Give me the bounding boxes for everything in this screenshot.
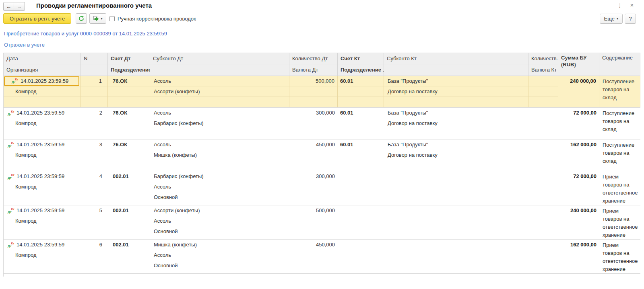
- empty-line: [289, 118, 338, 129]
- account-kt-cell[interactable]: [338, 240, 384, 273]
- table-row[interactable]: ДтКт14.01.2025 23:59:59Компрод6002.01Миш…: [4, 240, 640, 274]
- number-cell[interactable]: 4: [81, 171, 108, 205]
- amount-cell[interactable]: 72 000,00: [558, 108, 599, 139]
- kebab-menu-icon[interactable]: ⋮: [617, 2, 623, 10]
- back-button[interactable]: ←: [4, 2, 14, 10]
- account-kt-cell[interactable]: 60.01: [338, 76, 384, 107]
- quantity-dt-cell[interactable]: 300,000: [289, 108, 338, 139]
- content-cell[interactable]: Поступление товаров на склад: [599, 76, 640, 107]
- amount-cell[interactable]: 72 000,00: [558, 171, 599, 205]
- subconto-dt-line: Барбарис (конфеты): [150, 171, 289, 182]
- quantity-kt-cell[interactable]: [528, 108, 558, 139]
- subconto-kt-cell[interactable]: База "Продукты"Договор на поставку: [384, 76, 528, 107]
- forward-button[interactable]: →: [14, 2, 25, 10]
- subconto-kt-cell[interactable]: [384, 205, 528, 239]
- subconto-kt-cell[interactable]: База "Продукты"Договор на поставку: [384, 108, 528, 139]
- empty-line: [289, 192, 338, 203]
- amount-cell[interactable]: 240 000,00: [558, 76, 599, 107]
- table-header-cell[interactable]: Содержание: [599, 53, 640, 76]
- quantity-dt-cell[interactable]: 500,000: [289, 205, 338, 239]
- reflect-options-dropdown-button[interactable]: ▾: [89, 13, 106, 24]
- table-header-cell[interactable]: Количество ДтВалюта Дт: [289, 53, 338, 76]
- table-row[interactable]: ДтКт14.01.2025 23:59:59Компрод376.ОКАссо…: [4, 139, 640, 171]
- close-icon[interactable]: ×: [629, 1, 635, 9]
- account-kt-cell[interactable]: 60.01: [338, 139, 384, 171]
- row-number: 5: [81, 205, 108, 216]
- content-cell[interactable]: Прием товаров на ответственное хранение: [599, 205, 640, 239]
- subconto-dt-cell[interactable]: АссольМишка (конфеты): [150, 139, 289, 171]
- subconto-kt-cell[interactable]: [384, 171, 528, 205]
- empty-line: [338, 192, 384, 203]
- subconto-dt-cell[interactable]: Барбарис (конфеты)АссольОсновной: [150, 171, 289, 205]
- subconto-dt-line: Основной: [150, 192, 289, 203]
- account-kt-cell[interactable]: [338, 205, 384, 239]
- amount-cell[interactable]: 162 000,00: [558, 240, 599, 273]
- quantity-dt-cell[interactable]: 450,000: [289, 240, 338, 273]
- table-header-cell[interactable]: Субконто Кт: [384, 53, 528, 76]
- account-dt-cell[interactable]: 76.ОК: [108, 139, 150, 171]
- empty-line: [81, 86, 107, 97]
- table-header-cell[interactable]: ДатаОрганизация: [4, 53, 81, 76]
- subconto-kt-cell[interactable]: [384, 240, 528, 273]
- table-header-cell[interactable]: Счет ДтПодразделение...: [108, 53, 150, 76]
- account-kt-value: 60.01: [338, 76, 384, 86]
- account-kt-cell[interactable]: 60.01: [338, 108, 384, 139]
- quantity-dt-cell[interactable]: 500,000: [289, 76, 338, 107]
- table-row[interactable]: ДтКт14.01.2025 23:59:59Компрод276.ОКАссо…: [4, 108, 640, 139]
- table-row[interactable]: ДтКт14.01.2025 23:59:59Компрод176.ОКАссо…: [4, 76, 640, 108]
- account-dt-cell[interactable]: 76.ОК: [108, 108, 150, 139]
- account-dt-cell[interactable]: 76.ОК: [108, 76, 150, 107]
- account-kt-cell[interactable]: [338, 171, 384, 205]
- quantity-dt-cell[interactable]: 300,000: [289, 171, 338, 205]
- content-cell[interactable]: Прием товаров на ответственное хранение: [599, 171, 640, 205]
- date-value: 14.01.2025 23:59:59: [17, 240, 64, 250]
- source-document-link[interactable]: Приобретение товаров и услуг 0000-000039…: [4, 31, 167, 37]
- subconto-kt-line: [384, 260, 528, 271]
- subconto-dt-cell[interactable]: АссольБарбарис (конфеты): [150, 108, 289, 139]
- refresh-button[interactable]: [76, 13, 87, 24]
- subconto-kt-cell[interactable]: База "Продукты"Договор на поставку: [384, 139, 528, 171]
- quantity-dt-cell[interactable]: 450,000: [289, 139, 338, 171]
- date-cell[interactable]: ДтКт14.01.2025 23:59:59Компрод: [4, 139, 81, 171]
- table-header-cell[interactable]: Количеств...Валюта Кт: [528, 53, 558, 76]
- quantity-kt-cell[interactable]: [528, 240, 558, 273]
- account-kt-value: [338, 205, 384, 216]
- table-header-cell[interactable]: Сумма БУ (RUB): [558, 53, 599, 76]
- help-button[interactable]: ?: [625, 14, 636, 24]
- content-cell[interactable]: Поступление товаров на склад: [599, 108, 640, 139]
- table-header-cell[interactable]: N: [81, 53, 108, 76]
- table-row[interactable]: ДтКт14.01.2025 23:59:59Компрод4002.01Бар…: [4, 171, 640, 205]
- kt-label: Кт: [11, 108, 14, 117]
- table-header-cell[interactable]: Счет КтПодразделение ...: [338, 53, 384, 76]
- account-dt-cell[interactable]: 002.01: [108, 240, 150, 273]
- subconto-dt-cell[interactable]: АссольАссорти (конфеты): [150, 76, 289, 107]
- more-button[interactable]: Еще ▾: [600, 14, 623, 24]
- date-cell[interactable]: ДтКт14.01.2025 23:59:59Компрод: [4, 76, 81, 107]
- account-dt-cell[interactable]: 002.01: [108, 205, 150, 239]
- subconto-dt-cell[interactable]: Ассорти (конфеты)АссольОсновной: [150, 205, 289, 239]
- number-cell[interactable]: 5: [81, 205, 108, 239]
- amount-value: 240 000,00: [558, 205, 599, 216]
- amount-cell[interactable]: 162 000,00: [558, 139, 599, 171]
- date-cell[interactable]: ДтКт14.01.2025 23:59:59Компрод: [4, 171, 81, 205]
- quantity-kt-cell[interactable]: [528, 76, 558, 107]
- number-cell[interactable]: 3: [81, 139, 108, 171]
- subconto-dt-cell[interactable]: Мишка (конфеты)АссольОсновной: [150, 240, 289, 273]
- quantity-kt-cell[interactable]: [528, 139, 558, 171]
- amount-cell[interactable]: 240 000,00: [558, 205, 599, 239]
- manual-correction-checkbox[interactable]: [109, 16, 115, 21]
- quantity-kt-cell[interactable]: [528, 171, 558, 205]
- date-cell[interactable]: ДтКт14.01.2025 23:59:59Компрод: [4, 205, 81, 239]
- number-cell[interactable]: 2: [81, 108, 108, 139]
- quantity-kt-cell[interactable]: [528, 205, 558, 239]
- content-cell[interactable]: Прием товаров на ответственное хранение: [599, 240, 640, 273]
- date-cell[interactable]: ДтКт14.01.2025 23:59:59Компрод: [4, 108, 81, 139]
- table-row[interactable]: ДтКт14.01.2025 23:59:59Компрод5002.01Асс…: [4, 205, 640, 240]
- date-cell[interactable]: ДтКт14.01.2025 23:59:59Компрод: [4, 240, 81, 273]
- number-cell[interactable]: 1: [81, 76, 108, 107]
- reflect-in-accounting-button[interactable]: Отразить в регл. учете: [3, 13, 71, 24]
- content-cell[interactable]: Поступление товаров на склад: [599, 139, 640, 171]
- number-cell[interactable]: 6: [81, 240, 108, 273]
- account-dt-cell[interactable]: 002.01: [108, 171, 150, 205]
- table-header-cell[interactable]: Субконто Дт: [150, 53, 289, 76]
